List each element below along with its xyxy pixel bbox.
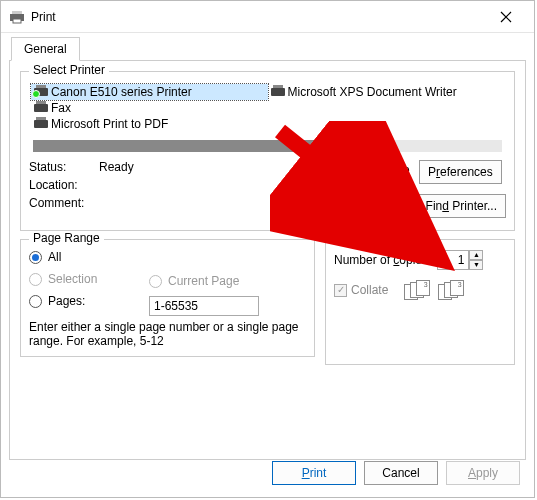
radio-pages[interactable]: Pages: — [29, 294, 149, 308]
printer-icon — [33, 85, 49, 99]
radio-all-label: All — [48, 250, 61, 264]
tab-general[interactable]: General — [11, 37, 80, 61]
collate-checkbox: ✓ Collate — [334, 283, 388, 297]
copies-value[interactable]: 1 — [437, 250, 469, 270]
printer-icon — [33, 117, 49, 131]
printer-name: Microsoft XPS Document Writer — [288, 85, 457, 99]
checkbox-box: ✓ — [334, 284, 347, 297]
radio-all[interactable]: All — [29, 250, 149, 264]
find-printer-button[interactable]: Find Printer... — [417, 194, 506, 218]
page-range-group: Page Range All Selection Pag — [20, 239, 315, 357]
printer-name: Fax — [51, 101, 71, 115]
printer-item[interactable]: Microsoft Print to PDF — [31, 116, 268, 132]
copies-label: Number of copies: — [334, 253, 431, 267]
page-range-legend: Page Range — [29, 231, 104, 245]
spinner-down[interactable]: ▼ — [469, 260, 483, 270]
apply-button: Apply — [446, 461, 520, 485]
spinner-up[interactable]: ▲ — [469, 250, 483, 260]
horizontal-scrollbar[interactable] — [33, 140, 502, 152]
scrollbar-thumb[interactable] — [33, 140, 314, 152]
print-to-file-checkbox[interactable]: Print to file — [336, 163, 410, 177]
radio-current-label: Current Page — [168, 274, 239, 288]
select-printer-group: Select Printer Canon E510 series Printer… — [20, 71, 515, 231]
radio-current-page: Current Page — [149, 274, 259, 288]
printer-name: Canon E510 series Printer — [51, 85, 192, 99]
comment-label: Comment: — [29, 196, 99, 210]
print-to-file-label: Print to file — [353, 163, 410, 177]
printer-icon — [270, 85, 286, 99]
printer-icon — [9, 9, 25, 25]
close-icon — [500, 11, 512, 23]
printer-item[interactable]: Microsoft XPS Document Writer — [268, 84, 505, 100]
titlebar: Print — [1, 1, 534, 33]
status-left: Status: Ready Location: Comment: — [29, 160, 336, 222]
close-button[interactable] — [486, 3, 526, 31]
copies-group: Number of copies: 1 ▲ ▼ ✓ Collate 123 — [325, 239, 515, 365]
printer-item[interactable]: Canon E510 series Printer — [31, 84, 268, 100]
printer-item[interactable]: Fax — [31, 100, 268, 116]
collate-label: Collate — [351, 283, 388, 297]
tab-panel-general: Select Printer Canon E510 series Printer… — [9, 60, 526, 460]
radio-selection: Selection — [29, 272, 149, 286]
checkbox-box — [336, 163, 349, 176]
status-label: Status: — [29, 160, 99, 174]
cancel-button[interactable]: Cancel — [364, 461, 438, 485]
location-label: Location: — [29, 178, 99, 192]
printer-list[interactable]: Canon E510 series Printer Microsoft XPS … — [29, 82, 506, 152]
copies-spinner[interactable]: 1 ▲ ▼ — [437, 250, 483, 270]
preferences-button[interactable]: Preferences — [419, 160, 502, 184]
print-button[interactable]: Print — [272, 461, 356, 485]
pages-input[interactable]: 1-65535 — [149, 296, 259, 316]
radio-pages-label: Pages: — [48, 294, 85, 308]
svg-rect-2 — [13, 19, 21, 23]
dialog-footer: Print Cancel Apply — [272, 461, 520, 489]
radio-selection-label: Selection — [48, 272, 97, 286]
window-title: Print — [31, 10, 486, 24]
printer-name: Microsoft Print to PDF — [51, 117, 168, 131]
print-dialog: Print General Select Printer Canon E510 … — [0, 0, 535, 498]
select-printer-legend: Select Printer — [29, 63, 109, 77]
collate-illustration: 123 123 — [404, 280, 466, 300]
page-range-hint: Enter either a single page number or a s… — [29, 320, 306, 348]
printer-icon — [33, 101, 49, 115]
tab-strip: General — [1, 37, 534, 61]
status-value: Ready — [99, 160, 134, 174]
